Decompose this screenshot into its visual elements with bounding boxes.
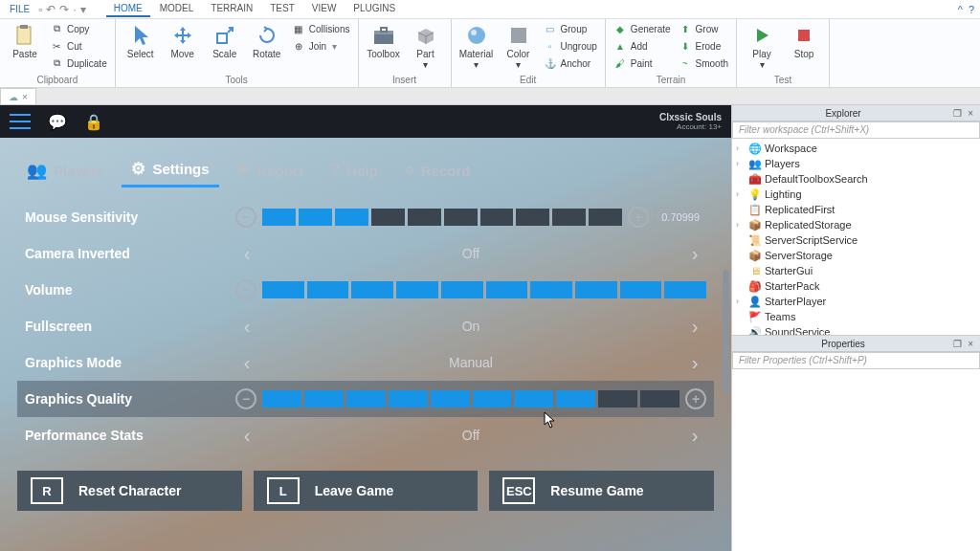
- slider-segment[interactable]: [371, 209, 405, 226]
- scrollbar[interactable]: [723, 270, 729, 394]
- tab-help[interactable]: ?Help: [321, 153, 388, 187]
- next-button[interactable]: ›: [683, 352, 706, 374]
- slider-segment[interactable]: [431, 390, 470, 408]
- generate-button[interactable]: ◆Generate: [612, 21, 673, 36]
- slider-segment[interactable]: [307, 281, 349, 298]
- quality-slider[interactable]: [262, 390, 679, 408]
- backpack-icon[interactable]: 🔒: [84, 113, 103, 131]
- sensitivity-value[interactable]: 0.70999: [655, 208, 706, 227]
- tree-item[interactable]: 🔊SoundService: [732, 324, 980, 335]
- slider-segment[interactable]: [575, 281, 617, 298]
- next-button[interactable]: ›: [683, 243, 706, 265]
- menu-file[interactable]: FILE: [6, 2, 33, 16]
- tree-item[interactable]: 🎒StarterPack: [732, 278, 980, 294]
- select-button[interactable]: Select: [122, 21, 160, 61]
- tab-home[interactable]: HOME: [106, 1, 150, 17]
- duplicate-button[interactable]: ⧉Duplicate: [48, 55, 109, 71]
- tab-terrain[interactable]: TERRAIN: [203, 1, 260, 17]
- slider-segment[interactable]: [620, 281, 662, 298]
- material-button[interactable]: Material▾: [457, 21, 496, 72]
- move-button[interactable]: Move: [164, 21, 202, 61]
- slider-segment[interactable]: [262, 390, 301, 408]
- slider-segment[interactable]: [335, 209, 368, 226]
- prev-button[interactable]: ‹: [235, 352, 258, 374]
- decrease-button[interactable]: −: [235, 279, 256, 300]
- slider-segment[interactable]: [598, 390, 637, 408]
- chat-icon[interactable]: 💬: [48, 113, 67, 131]
- cut-button[interactable]: ✂Cut: [48, 38, 109, 54]
- document-tab[interactable]: ☁ ×: [0, 88, 36, 104]
- tree-item[interactable]: ›👤StarterPlayer: [732, 294, 980, 309]
- play-button[interactable]: Play▾: [743, 21, 781, 72]
- tree-item[interactable]: ›🌐Workspace: [732, 141, 980, 156]
- smooth-button[interactable]: ~Smooth: [677, 55, 730, 71]
- slider-segment[interactable]: [516, 209, 549, 226]
- redo-icon[interactable]: ↷: [59, 3, 69, 16]
- slider-segment[interactable]: [346, 390, 386, 408]
- next-button[interactable]: ›: [683, 425, 706, 447]
- undock-icon[interactable]: ❐: [950, 108, 965, 119]
- slider-segment[interactable]: [530, 281, 572, 298]
- tab-settings[interactable]: ⚙Settings: [122, 153, 218, 187]
- tab-view[interactable]: VIEW: [304, 1, 345, 17]
- slider-segment[interactable]: [304, 390, 344, 408]
- slider-segment[interactable]: [351, 281, 393, 298]
- save-icon[interactable]: ▫: [38, 3, 42, 16]
- properties-filter-input[interactable]: Filter Properties (Ctrl+Shift+P): [732, 352, 980, 369]
- toolbox-button[interactable]: Toolbox: [365, 21, 403, 61]
- tree-item[interactable]: 📜ServerScriptService: [732, 232, 980, 248]
- slider-segment[interactable]: [556, 390, 595, 408]
- expand-icon[interactable]: ›: [736, 297, 746, 306]
- grow-button[interactable]: ⬆Grow: [677, 21, 730, 36]
- slider-segment[interactable]: [640, 390, 679, 408]
- slider-segment[interactable]: [552, 209, 586, 226]
- close-panel-icon[interactable]: ×: [965, 339, 976, 349]
- tab-players[interactable]: 👥Players: [17, 153, 114, 187]
- tab-plugins[interactable]: PLUGINS: [345, 1, 403, 17]
- reset-character-button[interactable]: RReset Character: [17, 471, 242, 511]
- resume-game-button[interactable]: ESCResume Game: [489, 471, 714, 511]
- slider-segment[interactable]: [396, 281, 438, 298]
- paint-button[interactable]: 🖌Paint: [612, 55, 673, 71]
- add-terrain-button[interactable]: ▲Add: [612, 38, 673, 54]
- undock-icon[interactable]: ❐: [950, 339, 965, 349]
- tree-item[interactable]: ›👥Players: [732, 156, 980, 171]
- expand-icon[interactable]: ›: [736, 159, 746, 168]
- close-panel-icon[interactable]: ×: [965, 108, 976, 119]
- decrease-button[interactable]: −: [235, 388, 256, 409]
- color-button[interactable]: Color▾: [500, 21, 538, 72]
- erode-button[interactable]: ⬇Erode: [677, 38, 730, 54]
- next-button[interactable]: ›: [683, 316, 706, 338]
- qat-more-icon[interactable]: ▾: [80, 3, 86, 16]
- tree-item[interactable]: 🧰DefaultToolboxSearch: [732, 171, 980, 187]
- decrease-button[interactable]: −: [235, 207, 256, 228]
- increase-button[interactable]: +: [685, 388, 706, 409]
- slider-segment[interactable]: [480, 209, 514, 226]
- join-button[interactable]: ⊕Join▾: [290, 38, 352, 54]
- part-button[interactable]: Part▾: [407, 21, 445, 72]
- undo-icon[interactable]: ↶: [46, 3, 56, 16]
- slider-segment[interactable]: [444, 209, 478, 226]
- slider-segment[interactable]: [389, 390, 428, 408]
- hamburger-icon[interactable]: [10, 114, 31, 129]
- tab-report[interactable]: ⚑Report: [227, 153, 313, 187]
- expand-icon[interactable]: ›: [736, 143, 746, 153]
- expand-icon[interactable]: ›: [736, 220, 746, 230]
- anchor-button[interactable]: ⚓Anchor: [542, 55, 599, 71]
- tab-test[interactable]: TEST: [262, 1, 302, 17]
- close-tab-icon[interactable]: ×: [22, 92, 28, 102]
- group-button[interactable]: ▭Group: [542, 21, 599, 36]
- rotate-button[interactable]: Rotate: [248, 21, 286, 61]
- tab-record[interactable]: ⟐Record: [395, 153, 480, 187]
- explorer-filter-input[interactable]: Filter workspace (Ctrl+Shift+X): [732, 121, 980, 139]
- explorer-tree[interactable]: ›🌐Workspace›👥Players🧰DefaultToolboxSearc…: [732, 139, 980, 335]
- slider-segment[interactable]: [473, 390, 512, 408]
- scale-button[interactable]: Scale: [206, 21, 244, 61]
- increase-button[interactable]: +: [628, 207, 649, 228]
- prev-button[interactable]: ‹: [235, 316, 258, 338]
- slider-segment[interactable]: [441, 281, 483, 298]
- leave-game-button[interactable]: LLeave Game: [254, 471, 479, 511]
- tree-item[interactable]: 📦ServerStorage: [732, 248, 980, 263]
- tree-item[interactable]: 🚩Teams: [732, 309, 980, 324]
- collapse-ribbon-icon[interactable]: ^: [958, 4, 963, 15]
